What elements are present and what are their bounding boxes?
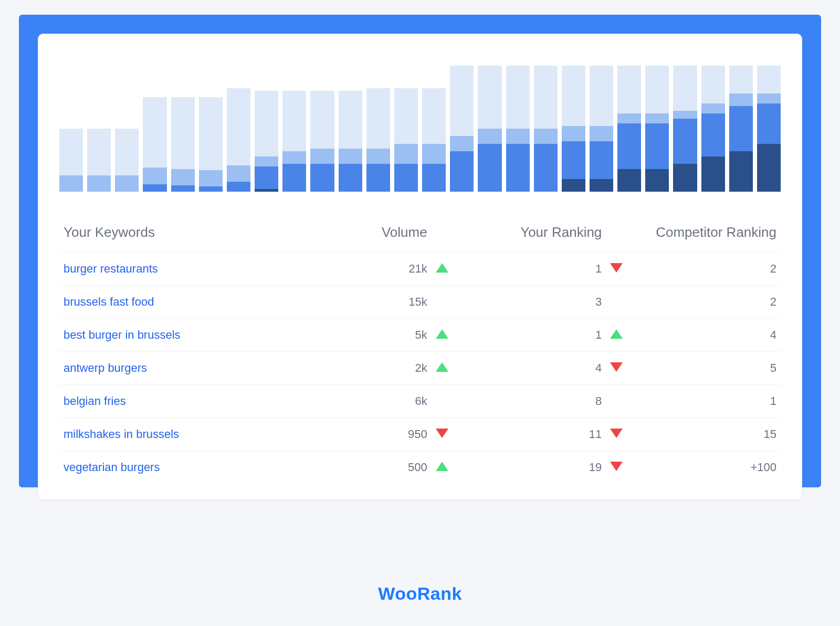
- chart-bar: [590, 65, 613, 192]
- chart-bar: [366, 65, 390, 192]
- table-row: belgian fries6k81: [59, 385, 781, 418]
- chart-bar: [673, 65, 697, 192]
- volume-value: 950: [318, 418, 432, 451]
- keyword-link[interactable]: milkshakes in brussels: [64, 427, 179, 441]
- keyword-link[interactable]: belgian fries: [64, 394, 126, 408]
- trend-down-icon: [436, 429, 448, 438]
- chart-bar: [450, 65, 474, 192]
- your-rank-value: 4: [462, 352, 606, 385]
- chart-bar: [394, 65, 418, 192]
- trend-up-icon: [610, 329, 623, 339]
- competitor-rank-value: +100: [636, 451, 781, 484]
- your-rank-value: 3: [462, 286, 606, 319]
- chart-bar: [562, 65, 585, 192]
- keyword-stacked-bar-chart: [59, 55, 781, 192]
- your-rank-value: 8: [462, 385, 606, 418]
- chart-bar: [59, 65, 83, 192]
- table-row: vegetarian burgers50019+100: [59, 451, 781, 484]
- chart-bar: [199, 65, 223, 192]
- trend-up-icon: [436, 263, 448, 273]
- chart-bar: [534, 65, 558, 192]
- volume-value: 5k: [318, 319, 432, 352]
- chart-bar: [310, 65, 334, 192]
- keyword-link[interactable]: burger restaurants: [64, 262, 158, 275]
- chart-bar: [171, 65, 195, 192]
- competitor-rank-value: 2: [636, 286, 781, 319]
- chart-bar: [115, 65, 139, 192]
- chart-bar: [227, 65, 250, 192]
- volume-value: 500: [318, 451, 432, 484]
- table-row: milkshakes in brussels9501115: [59, 418, 781, 451]
- volume-value: 6k: [318, 385, 432, 418]
- keyword-link[interactable]: vegetarian burgers: [64, 461, 160, 474]
- trend-down-icon: [610, 462, 623, 471]
- competitor-rank-value: 1: [636, 385, 781, 418]
- keyword-link[interactable]: best burger in brussels: [64, 328, 181, 341]
- chart-bar: [87, 65, 111, 192]
- chart-bar: [143, 65, 166, 192]
- chart-bar: [617, 65, 641, 192]
- volume-value: 2k: [318, 352, 432, 385]
- trend-down-icon: [610, 263, 623, 273]
- trend-down-icon: [610, 362, 623, 372]
- competitor-rank-value: 2: [636, 253, 781, 286]
- header-keywords: Your Keywords: [59, 217, 318, 253]
- keyword-card: Your Keywords Volume Your Ranking Compet…: [38, 34, 802, 500]
- competitor-rank-value: 4: [636, 319, 781, 352]
- trend-down-icon: [610, 429, 623, 438]
- trend-up-icon: [436, 329, 448, 339]
- volume-value: 15k: [318, 286, 432, 319]
- chart-bar: [422, 65, 446, 192]
- header-competitor-ranking: Competitor Ranking: [636, 217, 781, 253]
- chart-bar: [255, 65, 278, 192]
- keyword-link[interactable]: antwerp burgers: [64, 361, 147, 374]
- competitor-rank-value: 15: [636, 418, 781, 451]
- trend-up-icon: [436, 462, 448, 471]
- trend-up-icon: [436, 362, 448, 372]
- table-row: antwerp burgers2k45: [59, 352, 781, 385]
- chart-bar: [506, 65, 530, 192]
- volume-value: 21k: [318, 253, 432, 286]
- chart-bar: [701, 65, 725, 192]
- table-row: best burger in brussels5k14: [59, 319, 781, 352]
- chart-bar: [645, 65, 669, 192]
- your-rank-value: 19: [462, 451, 606, 484]
- chart-bar: [757, 65, 781, 192]
- table-row: brussels fast food15k32: [59, 286, 781, 319]
- woorank-logo: WooRank: [0, 583, 840, 604]
- table-row: burger restaurants21k12: [59, 253, 781, 286]
- header-volume: Volume: [318, 217, 432, 253]
- header-your-ranking: Your Ranking: [462, 217, 606, 253]
- your-rank-value: 11: [462, 418, 606, 451]
- chart-bar: [282, 65, 306, 192]
- keyword-table: Your Keywords Volume Your Ranking Compet…: [59, 217, 781, 484]
- your-rank-value: 1: [462, 319, 606, 352]
- chart-bar: [729, 65, 753, 192]
- your-rank-value: 1: [462, 253, 606, 286]
- chart-bar: [339, 65, 362, 192]
- chart-bar: [478, 65, 501, 192]
- keyword-link[interactable]: brussels fast food: [64, 295, 154, 308]
- competitor-rank-value: 5: [636, 352, 781, 385]
